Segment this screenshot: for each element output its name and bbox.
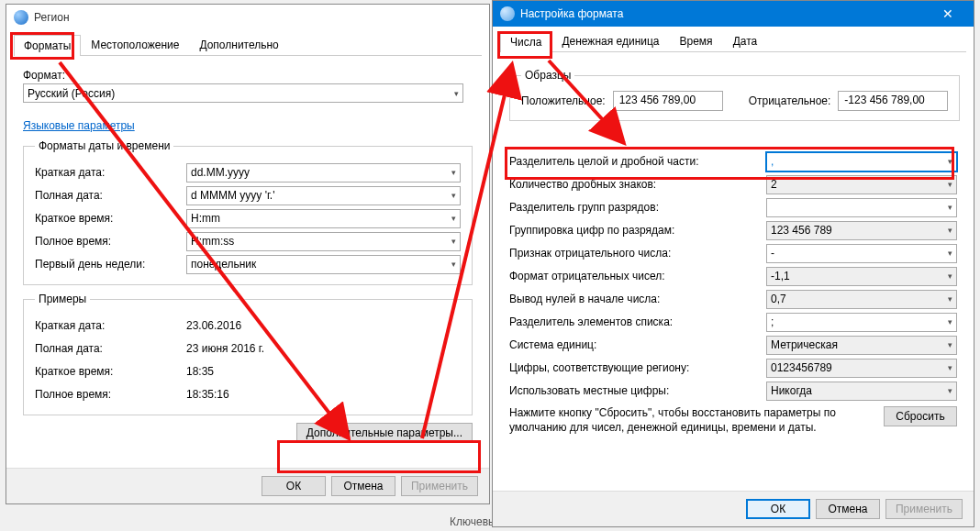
- chevron-down-icon: ▾: [454, 89, 459, 98]
- leading-zero-select[interactable]: 0,7▾: [766, 290, 957, 309]
- system-label: Система единиц:: [509, 338, 766, 351]
- short-date-value: dd.MM.yyyy: [191, 166, 250, 179]
- examples-group: Примеры Краткая дата:23.06.2016 Полная д…: [23, 293, 473, 415]
- native-digits-select[interactable]: 0123456789▾: [766, 359, 957, 378]
- chevron-down-icon: ▾: [948, 249, 952, 258]
- reset-button[interactable]: Сбросить: [884, 406, 957, 426]
- first-day-select[interactable]: понедельник▾: [186, 255, 461, 274]
- chevron-down-icon: ▾: [451, 168, 456, 177]
- system-select[interactable]: Метрическая▾: [766, 336, 957, 355]
- globe-icon: [500, 6, 515, 21]
- format-titlebar[interactable]: Настройка формата ✕: [493, 1, 974, 27]
- format-tabs: Числа Денежная единица Время Дата: [500, 30, 966, 52]
- ex-short-date-lbl: Краткая дата:: [35, 319, 186, 332]
- list-sep-label: Разделитель элементов списка:: [509, 315, 766, 328]
- leading-zero-label: Вывод нулей в начале числа:: [509, 293, 766, 305]
- leading-zero-value: 0,7: [771, 293, 786, 305]
- region-dialog: Регион Форматы Местоположение Дополнител…: [6, 4, 490, 504]
- cancel-button[interactable]: Отмена: [331, 476, 395, 496]
- samples-group: Образцы Положительное: 123 456 789,00 От…: [509, 69, 960, 121]
- list-sep-select[interactable]: ;▾: [766, 313, 957, 332]
- decimal-count-value: 2: [771, 178, 777, 191]
- use-native-value: Никогда: [771, 384, 812, 397]
- ex-short-date-val: 23.06.2016: [186, 319, 241, 332]
- ex-long-time-lbl: Полное время:: [35, 388, 186, 401]
- chevron-down-icon: ▾: [948, 157, 952, 166]
- decimal-count-label: Количество дробных знаков:: [509, 178, 766, 191]
- list-sep-value: ;: [771, 315, 774, 328]
- format-select[interactable]: Русский (Россия) ▾: [23, 83, 463, 103]
- decimal-count-select[interactable]: 2▾: [766, 175, 957, 194]
- long-time-select[interactable]: H:mm:ss▾: [186, 232, 461, 251]
- ex-short-time-lbl: Краткое время:: [35, 365, 186, 378]
- chevron-down-icon: ▾: [451, 214, 456, 223]
- datetime-formats-legend: Форматы даты и времени: [35, 139, 173, 152]
- ex-short-time-val: 18:35: [186, 365, 214, 378]
- globe-icon: [14, 10, 28, 25]
- short-time-value: H:mm: [191, 212, 220, 225]
- ok-button[interactable]: ОК: [262, 476, 326, 496]
- apply-button[interactable]: Применить: [401, 476, 478, 496]
- native-digits-label: Цифры, соответствующие региону:: [509, 361, 766, 374]
- format-select-value: Русский (Россия): [28, 87, 115, 100]
- decimal-sep-value: ,: [771, 155, 774, 168]
- tab-numbers[interactable]: Числа: [500, 31, 551, 52]
- long-date-value: d MMMM yyyy 'г.': [191, 189, 275, 202]
- chevron-down-icon: ▾: [451, 191, 456, 200]
- decimal-sep-label: Разделитель целой и дробной части:: [509, 155, 766, 168]
- close-icon[interactable]: ✕: [930, 6, 966, 21]
- region-tabs: Форматы Местоположение Дополнительно: [14, 34, 482, 56]
- examples-legend: Примеры: [35, 293, 90, 305]
- apply-button[interactable]: Применить: [885, 499, 963, 519]
- neg-sign-label: Признак отрицательного числа:: [509, 247, 766, 260]
- ex-long-time-val: 18:35:16: [186, 388, 229, 401]
- grouping-value: 123 456 789: [771, 224, 832, 237]
- neg-format-select[interactable]: -1,1▾: [766, 267, 957, 286]
- chevron-down-icon: ▾: [948, 363, 952, 372]
- neg-sign-value: -: [771, 247, 774, 260]
- use-native-label: Использовать местные цифры:: [509, 384, 766, 397]
- datetime-formats-group: Форматы даты и времени Краткая дата:dd.M…: [23, 139, 473, 285]
- long-time-label: Полное время:: [35, 235, 186, 248]
- use-native-select[interactable]: Никогда▾: [766, 382, 957, 401]
- samples-legend: Образцы: [521, 69, 574, 82]
- tab-date[interactable]: Дата: [723, 30, 768, 51]
- format-label: Формат:: [23, 69, 473, 82]
- cancel-button[interactable]: Отмена: [816, 499, 880, 519]
- language-params-link[interactable]: Языковые параметры: [23, 119, 135, 132]
- ex-long-date-val: 23 июня 2016 г.: [186, 342, 264, 355]
- group-sep-select[interactable]: ▾: [766, 198, 957, 217]
- additional-params-button[interactable]: Дополнительные параметры...: [296, 423, 473, 443]
- chevron-down-icon: ▾: [948, 317, 952, 326]
- chevron-down-icon: ▾: [948, 294, 952, 304]
- tab-formats[interactable]: Форматы: [14, 35, 81, 56]
- short-time-select[interactable]: H:mm▾: [186, 209, 461, 228]
- long-date-label: Полная дата:: [35, 189, 186, 202]
- ok-button[interactable]: ОК: [746, 499, 810, 519]
- native-digits-value: 0123456789: [771, 361, 832, 374]
- neg-sign-select[interactable]: -▾: [766, 244, 957, 263]
- positive-label: Положительное:: [521, 94, 606, 107]
- chevron-down-icon: ▾: [948, 340, 952, 349]
- grouping-select[interactable]: 123 456 789▾: [766, 221, 957, 240]
- chevron-down-icon: ▾: [948, 271, 952, 281]
- chevron-down-icon: ▾: [451, 260, 456, 269]
- long-date-select[interactable]: d MMMM yyyy 'г.'▾: [186, 186, 461, 205]
- decimal-sep-select[interactable]: ,▾: [766, 152, 957, 171]
- neg-format-label: Формат отрицательных чисел:: [509, 270, 766, 282]
- chevron-down-icon: ▾: [451, 237, 456, 246]
- short-date-select[interactable]: dd.MM.yyyy▾: [186, 163, 461, 183]
- region-titlebar[interactable]: Регион: [6, 5, 489, 30]
- tab-time[interactable]: Время: [670, 30, 723, 51]
- first-day-label: Первый день недели:: [35, 258, 186, 271]
- grouping-label: Группировка цифр по разрядам:: [509, 224, 766, 237]
- tab-location[interactable]: Местоположение: [81, 34, 189, 55]
- group-sep-label: Разделитель групп разрядов:: [509, 201, 766, 214]
- format-dialog-buttons: ОК Отмена Применить: [493, 491, 974, 526]
- format-settings-dialog: Настройка формата ✕ Числа Денежная едини…: [492, 0, 974, 527]
- format-title: Настройка формата: [520, 7, 623, 20]
- positive-sample: 123 456 789,00: [613, 91, 723, 111]
- tab-currency[interactable]: Денежная единица: [551, 30, 669, 51]
- ex-long-date-lbl: Полная дата:: [35, 342, 186, 355]
- tab-additional[interactable]: Дополнительно: [189, 34, 288, 55]
